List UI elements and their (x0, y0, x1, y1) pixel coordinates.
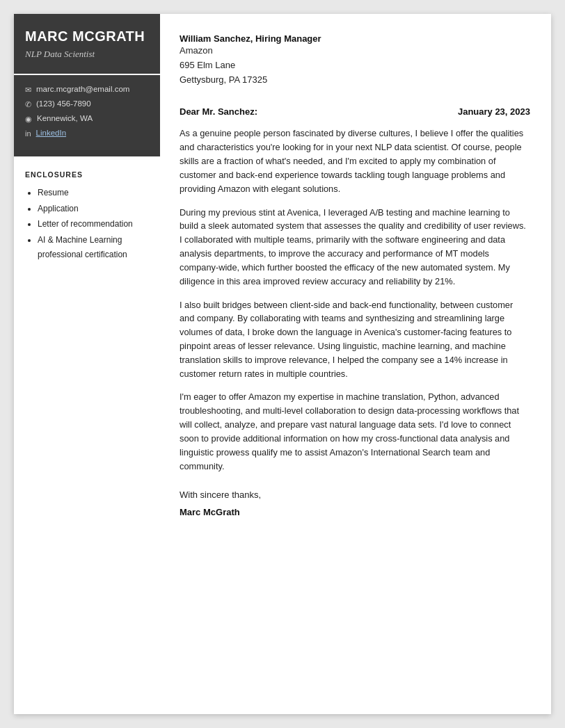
closing: With sincere thanks, (180, 490, 530, 500)
location-value: Kennewick, WA (37, 114, 93, 122)
list-item: AI & Machine Learning professional certi… (38, 233, 149, 263)
recipient-city: Gettysburg, PA 17325 (180, 73, 530, 88)
phone-icon: ✆ (25, 100, 31, 109)
phone-value: (123) 456-7890 (36, 99, 91, 108)
enclosures-section: ENCLOSURES Resume Application Letter of … (14, 156, 160, 714)
recipient-address: 695 Elm Lane (180, 58, 530, 73)
linkedin-value[interactable]: LinkedIn (36, 129, 66, 137)
contact-linkedin[interactable]: in LinkedIn (25, 129, 149, 138)
recipient-name: William Sanchez, Hiring Manager (180, 33, 530, 44)
sidebar-header: MARC MCGRATH NLP Data Scientist (14, 14, 160, 74)
contact-location: ◉ Kennewick, WA (25, 114, 149, 124)
email-icon: ✉ (25, 86, 31, 95)
body-paragraphs: As a genuine people person fascinated by… (180, 127, 530, 483)
letter-date: January 23, 2023 (458, 106, 530, 117)
salutation-row: Dear Mr. Sanchez: January 23, 2023 (180, 106, 530, 117)
sidebar-contact: ✉ marc.mcgrath@email.com ✆ (123) 456-789… (14, 75, 160, 156)
salutation: Dear Mr. Sanchez: (180, 106, 257, 117)
contact-email: ✉ marc.mcgrath@email.com (25, 85, 149, 95)
main-content: William Sanchez, Hiring Manager Amazon 6… (160, 14, 551, 714)
recipient-block: William Sanchez, Hiring Manager Amazon 6… (180, 33, 530, 87)
list-item: Application (38, 202, 149, 217)
applicant-name: MARC MCGRATH (25, 28, 149, 45)
email-value: marc.mcgrath@email.com (36, 85, 129, 93)
paragraph-2: During my previous stint at Avenica, I l… (180, 206, 530, 289)
location-icon: ◉ (25, 115, 32, 124)
page: MARC MCGRATH NLP Data Scientist ✉ marc.m… (14, 14, 551, 714)
signature: Marc McGrath (180, 507, 530, 517)
list-item: Letter of recommendation (38, 217, 149, 232)
list-item: Resume (38, 186, 149, 201)
recipient-company: Amazon (180, 44, 530, 58)
enclosures-title: ENCLOSURES (25, 170, 149, 179)
paragraph-3: I also built bridges between client-side… (180, 298, 530, 381)
linkedin-icon: in (25, 129, 31, 138)
sidebar: MARC MCGRATH NLP Data Scientist ✉ marc.m… (14, 14, 160, 714)
paragraph-4: I'm eager to offer Amazon my expertise i… (180, 390, 530, 473)
enclosures-list: Resume Application Letter of recommendat… (25, 186, 149, 263)
paragraph-1: As a genuine people person fascinated by… (180, 127, 530, 195)
contact-phone: ✆ (123) 456-7890 (25, 99, 149, 109)
applicant-title: NLP Data Scientist (25, 49, 149, 60)
